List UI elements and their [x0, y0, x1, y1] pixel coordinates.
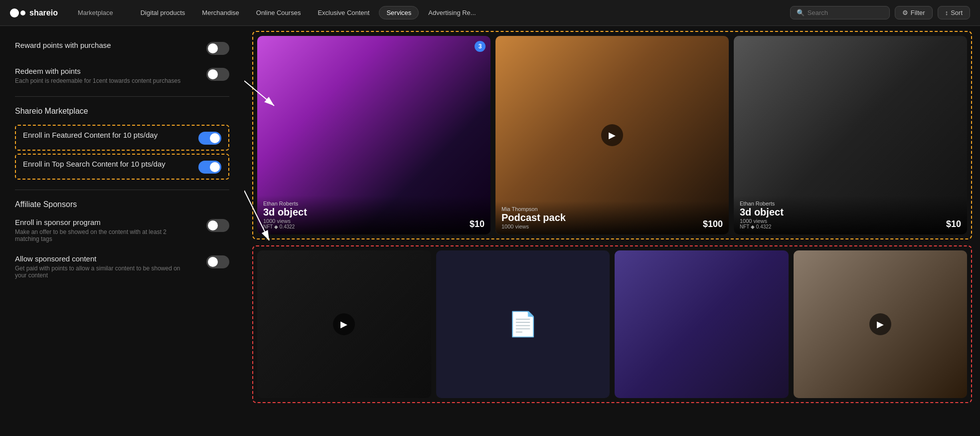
card-1-overlay: Ethan Roberts 3d object 1000 views NFT ◆…: [257, 196, 490, 234]
card-2-views: 1000 views: [501, 223, 566, 229]
sponsor-row: Enroll in sponsor program Make an offer …: [15, 218, 229, 242]
tab-online-courses[interactable]: Online Courses: [249, 6, 309, 19]
top-card-grid: 3 Ethan Roberts 3d object 1000 views NFT…: [257, 36, 967, 234]
redeem-toggle[interactable]: [206, 68, 229, 81]
card-2-price: $100: [703, 219, 723, 229]
card-1-badge: 3: [475, 41, 486, 52]
card-6[interactable]: [615, 250, 789, 398]
card-1-author: Ethan Roberts: [263, 201, 485, 207]
enroll-top-search-box: Enroll in Top Search Content for 10 pts/…: [15, 154, 229, 180]
nav-right: 🔍 ⚙ Filter ↕ Sort: [790, 6, 970, 19]
card-2-play[interactable]: ▶: [601, 124, 623, 146]
affiliate-section-title: Affiliate Sponsors: [15, 200, 229, 209]
divider-1: [15, 96, 229, 97]
enroll-featured-row: Enroll in Featured Content for 10 pts/da…: [23, 131, 221, 145]
top-card-region: 3 Ethan Roberts 3d object 1000 views NFT…: [252, 31, 972, 239]
nav-label: Marketplace: [78, 9, 113, 16]
allow-sponsored-row: Allow sponsored content Get paid with po…: [15, 254, 229, 279]
card-7[interactable]: ▶: [794, 250, 968, 398]
search-icon: 🔍: [797, 9, 805, 16]
marketplace-section-title: Shareio Marketplace: [15, 107, 229, 116]
bottom-card-grid: ▶ 📄 ▶: [257, 250, 967, 398]
bottom-card-region: ▶ 📄 ▶: [252, 245, 972, 403]
top-navigation: shareio Marketplace Digital products Mer…: [0, 0, 980, 26]
sort-button[interactable]: ↕ Sort: [938, 6, 970, 19]
logo: shareio: [10, 8, 58, 17]
redeem-points-row: Redeem with points Each point is redeema…: [15, 67, 229, 84]
divider-2: [15, 190, 229, 190]
sponsor-sublabel: Make an offer to be showed on the conten…: [15, 228, 184, 242]
card-3-title: 3d object: [740, 207, 784, 218]
card-4[interactable]: ▶: [257, 250, 431, 398]
left-panel: Reward points with purchase Redeem with …: [0, 26, 244, 436]
tab-exclusive-content[interactable]: Exclusive Content: [310, 6, 377, 19]
logo-icon: [10, 8, 25, 17]
reward-points-row: Reward points with purchase: [15, 41, 229, 55]
nav-tabs: Digital products Merchandise Online Cour…: [133, 6, 790, 19]
enroll-featured-toggle[interactable]: [198, 132, 221, 145]
logo-text: shareio: [29, 8, 58, 17]
card-4-play[interactable]: ▶: [333, 313, 355, 335]
enroll-top-search-row: Enroll in Top Search Content for 10 pts/…: [23, 160, 221, 174]
right-content: 3 Ethan Roberts 3d object 1000 views NFT…: [244, 26, 980, 436]
card-3-nft: NFT ◆ 0.4322: [740, 224, 784, 229]
sponsor-toggle[interactable]: [206, 219, 229, 232]
card-1-title: 3d object: [263, 207, 307, 218]
filter-label: Filter: [911, 9, 925, 16]
card-2-author: Mia Thompson: [501, 206, 723, 212]
reward-points-toggle[interactable]: [206, 42, 229, 55]
sponsor-label: Enroll in sponsor program: [15, 218, 184, 226]
enroll-featured-box: Enroll in Featured Content for 10 pts/da…: [15, 125, 229, 151]
filter-button[interactable]: ⚙ Filter: [895, 6, 933, 19]
card-3-views: 1000 views: [740, 218, 784, 224]
allow-sponsored-label: Allow sponsored content: [15, 254, 184, 263]
redeem-sublabel: Each point is redeemable for 1cent towar…: [15, 77, 180, 84]
enroll-top-search-toggle[interactable]: [198, 161, 221, 174]
card-3-author: Ethan Roberts: [740, 201, 961, 207]
allow-sponsored-toggle[interactable]: [206, 255, 229, 268]
enroll-featured-label: Enroll in Featured Content for 10 pts/da…: [23, 131, 158, 139]
card-7-play[interactable]: ▶: [869, 313, 891, 335]
sort-icon: ↕: [945, 9, 949, 16]
card-5[interactable]: 📄: [436, 250, 610, 398]
main-layout: Reward points with purchase Redeem with …: [0, 26, 980, 436]
tab-advertising[interactable]: Advertising Re...: [421, 6, 483, 19]
redeem-label: Redeem with points: [15, 67, 180, 75]
card-1-price: $10: [470, 219, 485, 229]
card-3-overlay: Ethan Roberts 3d object 1000 views NFT ◆…: [734, 196, 967, 234]
card-1-nft: NFT ◆ 0.4322: [263, 224, 307, 229]
enroll-top-search-label: Enroll in Top Search Content for 10 pts/…: [23, 160, 165, 168]
tab-digital-products[interactable]: Digital products: [133, 6, 193, 19]
search-box[interactable]: 🔍: [790, 6, 890, 19]
card-5-doc: 📄: [508, 310, 538, 338]
filter-icon: ⚙: [902, 9, 908, 16]
card-2[interactable]: ▶ Mia Thompson Podcast pack 1000 views $…: [495, 36, 729, 234]
card-2-title: Podcast pack: [501, 212, 566, 223]
card-1-views: 1000 views: [263, 218, 307, 224]
allow-sponsored-sublabel: Get paid with points to allow a similar …: [15, 265, 184, 279]
sort-label: Sort: [951, 9, 963, 16]
reward-points-label: Reward points with purchase: [15, 41, 111, 49]
tab-services[interactable]: Services: [379, 6, 419, 19]
tab-merchandise[interactable]: Merchandise: [194, 6, 246, 19]
card-1[interactable]: 3 Ethan Roberts 3d object 1000 views NFT…: [257, 36, 490, 234]
card-3-price: $10: [946, 219, 961, 229]
card-3[interactable]: Ethan Roberts 3d object 1000 views NFT ◆…: [734, 36, 967, 234]
search-input[interactable]: [808, 9, 883, 16]
card-2-overlay: Mia Thompson Podcast pack 1000 views $10…: [495, 201, 729, 234]
